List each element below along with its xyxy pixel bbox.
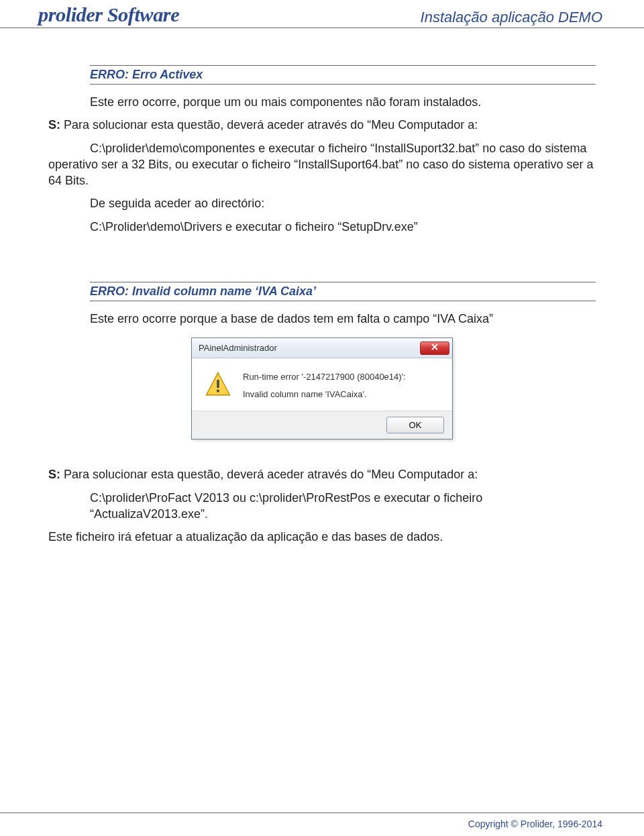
section-1-heading: ERRO: Erro Activex: [90, 65, 596, 85]
section-1-solution-intro: S: Para solucionar esta questão, deverá …: [48, 117, 596, 133]
section-1-intro: Este erro ocorre, porque um ou mais comp…: [48, 94, 596, 110]
section-3-path-tail: .: [205, 507, 208, 521]
dialog-container: PAinelAdministrador: [48, 337, 596, 439]
section-1-path-text: C:\prolider\demo\componentes e executar …: [48, 140, 596, 189]
section-1-heading-wrap: ERRO: Erro Activex: [48, 65, 596, 85]
section-3-solution-intro: S: Para solucionar esta questão, deverá …: [48, 466, 596, 482]
section-2-heading: ERRO: Invalid column name ‘IVA Caixa’: [90, 282, 596, 301]
content-area: ERRO: Erro Activex Este erro ocorre, por…: [0, 65, 644, 545]
section-1-driver-path: C:\Prolider\demo\Drivers e executar o fi…: [48, 219, 596, 235]
dialog-title: PAinelAdministrador: [199, 343, 277, 353]
close-icon: [431, 343, 439, 353]
page-header: prolider Software Instalação aplicação D…: [0, 0, 644, 28]
dialog-body: Run-time error '-2147217900 (80040e14)':…: [192, 358, 452, 411]
svg-rect-0: [217, 380, 219, 388]
section-1-follow: De seguida aceder ao directório:: [48, 195, 596, 211]
close-button[interactable]: [420, 342, 449, 355]
section-2-intro: Este erro ocorre porque a base de dados …: [48, 311, 596, 327]
dialog-message: Run-time error '-2147217900 (80040e14)':…: [243, 370, 406, 401]
solution-intro-text-2: Para solucionar esta questão, deverá ace…: [60, 468, 478, 481]
brand-logo: prolider Software: [38, 4, 179, 26]
page: prolider Software Instalação aplicação D…: [0, 0, 644, 836]
svg-point-1: [217, 390, 219, 393]
dialog-line-2: Invalid column name 'IVACaixa'.: [243, 388, 406, 401]
document-title: Instalação aplicação DEMO: [421, 9, 602, 26]
dialog-titlebar: PAinelAdministrador: [192, 338, 452, 358]
ok-button[interactable]: OK: [386, 417, 444, 433]
header-divider: [0, 28, 644, 28]
dialog-footer: OK: [192, 411, 452, 439]
section-2-heading-wrap: ERRO: Invalid column name ‘IVA Caixa’: [48, 282, 596, 301]
error-dialog: PAinelAdministrador: [191, 337, 453, 439]
warning-icon: [204, 370, 232, 401]
footer-copyright: Copyright © Prolider, 1996-2014: [468, 819, 602, 829]
bold-prefix: S:: [48, 118, 60, 132]
section-3-outro: Este ficheiro irá efetuar a atualização …: [48, 529, 596, 545]
dialog-line-1: Run-time error '-2147217900 (80040e14)':: [243, 370, 406, 384]
bold-prefix-2: S:: [48, 468, 60, 481]
solution-intro-text: Para solucionar esta questão, deverá ace…: [60, 118, 478, 132]
footer-divider: [0, 813, 644, 813]
section-3-path: C:\prolider\ProFact V2013 ou c:\prolider…: [48, 490, 596, 523]
section-3-path-text: C:\prolider\ProFact V2013 ou c:\prolider…: [90, 491, 482, 521]
